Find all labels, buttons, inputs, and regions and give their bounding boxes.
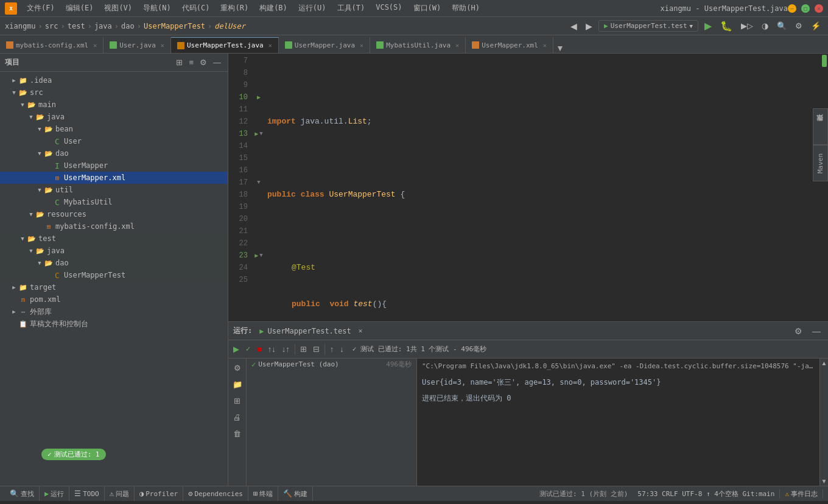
- tabs-overflow-button[interactable]: ▼: [556, 43, 564, 53]
- run-marker-13[interactable]: ▶: [254, 130, 258, 138]
- tab-close-usermapper[interactable]: ✕: [360, 42, 363, 49]
- run-side-btn-4[interactable]: 🖨: [231, 410, 244, 424]
- close-button[interactable]: ✕: [815, 4, 823, 13]
- breadcrumb-dao[interactable]: dao: [121, 22, 135, 30]
- tree-item-usermapper-if[interactable]: ▶ I UserMapper: [0, 159, 228, 172]
- maximize-button[interactable]: □: [801, 4, 810, 13]
- breadcrumb-class[interactable]: UserMapperTest: [144, 22, 205, 30]
- menu-tools[interactable]: 工具(T): [332, 2, 370, 15]
- fold-marker-13[interactable]: ▼: [259, 131, 262, 137]
- run-with-coverage-button[interactable]: ▶▷: [739, 20, 756, 32]
- tree-item-java[interactable]: ▼ 📂 java: [0, 111, 228, 123]
- run-output[interactable]: "C:\Program Files\Java\jdk1.8.0_65\bin\j…: [417, 359, 819, 486]
- code-content[interactable]: import java.util.List; public class User…: [265, 54, 821, 321]
- tree-item-dao[interactable]: ▼ 📂 dao: [0, 147, 228, 159]
- side-tab-db[interactable]: 数据库: [813, 108, 828, 145]
- breadcrumb-method[interactable]: delUser: [214, 22, 245, 30]
- side-tab-maven[interactable]: Maven: [813, 145, 828, 181]
- run-side-btn-5[interactable]: 🗑: [231, 427, 244, 441]
- breadcrumb-test[interactable]: test: [68, 22, 85, 30]
- settings-button[interactable]: ⚙: [793, 20, 805, 32]
- run-panel-minimize[interactable]: —: [810, 325, 823, 337]
- menu-help[interactable]: 帮助(H): [447, 2, 485, 15]
- tree-item-idea[interactable]: ▶ 📁 .idea: [0, 74, 228, 86]
- back-button[interactable]: ◀: [568, 20, 580, 32]
- search-button[interactable]: 🔍: [774, 20, 789, 32]
- statusbar-position[interactable]: 57:33 CRLF UTF-8 ↑ 4个空格 Git:main: [633, 489, 780, 499]
- sidebar-expand-all[interactable]: ≡: [187, 57, 195, 68]
- run-button[interactable]: ▶: [702, 19, 714, 33]
- tree-item-user[interactable]: ▶ C User: [0, 135, 228, 147]
- test-pass-indicator[interactable]: ✓: [243, 344, 253, 354]
- tree-item-resources[interactable]: ▼ 📂 resources: [0, 208, 228, 220]
- breadcrumb-project[interactable]: xiangmu: [5, 22, 36, 30]
- run-marker-10[interactable]: ▶: [257, 94, 261, 101]
- tree-item-extlibs[interactable]: ▶ ⋯ 外部库: [0, 306, 228, 318]
- statusbar-problems[interactable]: ⚠ 问题: [105, 486, 135, 501]
- rerun-button[interactable]: ▶: [231, 343, 242, 355]
- fold-marker-17[interactable]: ▼: [257, 180, 260, 186]
- menu-file[interactable]: 文件(F): [22, 2, 60, 15]
- tree-item-target[interactable]: ▶ 📁 target: [0, 281, 228, 293]
- prev-fail-button[interactable]: ↑: [328, 343, 337, 355]
- menu-nav[interactable]: 导航(N): [138, 2, 176, 15]
- tree-item-mybatis-config[interactable]: ▶ ⊞ mybatis-config.xml: [0, 220, 228, 233]
- tree-item-test[interactable]: ▼ 📂 test: [0, 233, 228, 245]
- menu-refactor[interactable]: 重构(R): [216, 2, 253, 15]
- tab-usermapper-java[interactable]: UserMapper.java ✕: [279, 37, 370, 53]
- run-side-btn-2[interactable]: 📁: [230, 377, 245, 391]
- profile-button[interactable]: ◑: [759, 20, 771, 32]
- forward-button[interactable]: ▶: [583, 20, 595, 32]
- tree-item-pom[interactable]: ▶ m pom.xml: [0, 293, 228, 306]
- code-area[interactable]: 7 8 9 10 11 12 13 14 15 16 17 18 19 20 2…: [228, 54, 828, 321]
- tree-item-src[interactable]: ▼ 📂 src: [0, 86, 228, 99]
- run-side-btn-1[interactable]: ⚙: [231, 361, 244, 375]
- statusbar-todo[interactable]: ☰ TODO: [69, 486, 105, 501]
- statusbar-dependencies[interactable]: ⚙ Dependencies: [183, 486, 248, 501]
- sidebar-settings[interactable]: ⚙: [198, 57, 209, 68]
- scroll-down-button[interactable]: ▼: [821, 478, 827, 485]
- tab-close-mybatisutil[interactable]: ✕: [455, 42, 459, 49]
- expand-all-run[interactable]: ⊞: [298, 343, 309, 355]
- tab-close-mybatis[interactable]: ✕: [93, 42, 97, 49]
- tree-item-scratch[interactable]: ▶ 📋 草稿文件和控制台: [0, 318, 228, 330]
- tree-item-bean[interactable]: ▼ 📂 bean: [0, 123, 228, 135]
- menu-edit[interactable]: 编辑(E): [61, 2, 99, 15]
- tree-item-usermappertest[interactable]: ▶ C UserMapperTest: [0, 269, 228, 281]
- tree-item-test-dao[interactable]: ▼ 📂 dao: [0, 257, 228, 269]
- tab-close-usermappertest[interactable]: ✕: [268, 42, 272, 49]
- scroll-up-button[interactable]: ▲: [821, 360, 827, 366]
- statusbar-find[interactable]: 🔍 查找: [5, 486, 40, 501]
- close-run-tab[interactable]: ✕: [359, 327, 363, 335]
- next-fail-button[interactable]: ↓: [337, 343, 346, 355]
- tree-item-main[interactable]: ▼ 📂 main: [0, 99, 228, 111]
- tab-user-java[interactable]: User.java ✕: [103, 37, 171, 53]
- run-marker-23[interactable]: ▶: [254, 252, 258, 259]
- sort-asc-button[interactable]: ↑↓: [265, 343, 278, 355]
- notifications-button[interactable]: ⚡: [809, 20, 823, 32]
- run-config-selector[interactable]: ▶ UserMapperTest.test ▼: [598, 20, 698, 32]
- tab-usermappertest[interactable]: UserMapperTest.java ✕: [171, 37, 279, 53]
- minimize-button[interactable]: —: [788, 4, 796, 13]
- run-tree-usermappertest[interactable]: ✓ UserMapperTest (dao) 496毫秒: [247, 359, 416, 370]
- run-side-btn-3[interactable]: ⊞: [231, 394, 243, 408]
- breadcrumb-java[interactable]: java: [94, 22, 112, 30]
- statusbar-event-log[interactable]: ⚠ 事件日志: [780, 489, 823, 499]
- tree-item-test-java[interactable]: ▼ 📂 java: [0, 245, 228, 257]
- tab-usermapper-xml[interactable]: UserMapper.xml ✕: [466, 37, 553, 53]
- menu-code[interactable]: 代码(C): [177, 2, 215, 15]
- menu-vcs[interactable]: VCS(S): [371, 2, 407, 15]
- sort-desc-button[interactable]: ↓↑: [279, 343, 292, 355]
- tab-close-user[interactable]: ✕: [161, 42, 164, 49]
- debug-button[interactable]: 🐛: [718, 19, 735, 33]
- statusbar-terminal[interactable]: ⊞ 终端: [248, 486, 278, 501]
- tab-mybatisutil[interactable]: MybatisUtil.java ✕: [370, 37, 466, 53]
- run-panel-settings[interactable]: ⚙: [792, 325, 805, 337]
- sidebar-hide[interactable]: —: [211, 57, 223, 68]
- breadcrumb-src[interactable]: src: [45, 22, 58, 30]
- collapse-all-run[interactable]: ⊟: [310, 343, 322, 355]
- tab-mybatis-config[interactable]: mybatis-config.xml ✕: [0, 37, 103, 53]
- statusbar-profiler[interactable]: ◑ Profiler: [135, 486, 183, 501]
- tree-item-usermapper-xml[interactable]: ▶ ⊞ UserMapper.xml: [0, 172, 228, 184]
- tab-close-usermapper-xml[interactable]: ✕: [543, 42, 547, 49]
